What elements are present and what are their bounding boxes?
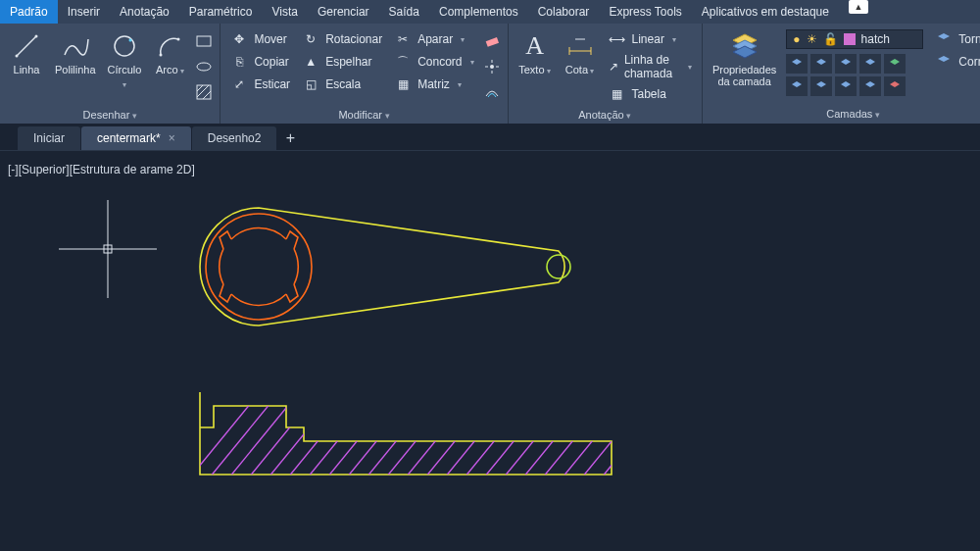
tool-matriz[interactable]: ▦Matriz▾ [390, 75, 477, 94]
tool-leader[interactable]: ↗Linha de chamada▾ [605, 52, 696, 81]
copy-icon: ⎘ [230, 53, 248, 71]
tool-texto[interactable]: A Texto [513, 27, 558, 79]
tool-polilinha[interactable]: Polilinha [49, 27, 102, 77]
menu-padrao[interactable]: Padrão [0, 0, 58, 24]
stretch-icon: ⤢ [230, 75, 248, 93]
menu-inserir[interactable]: Inserir [58, 0, 110, 24]
svg-line-56 [431, 386, 519, 494]
panel-draw-title[interactable]: Desenhar [4, 106, 216, 125]
layer-side-2[interactable]: Corres [931, 52, 980, 72]
svg-line-50 [314, 386, 402, 494]
tool-circulo[interactable]: Círculo [102, 27, 148, 93]
svg-line-60 [510, 386, 598, 494]
tab-centermark[interactable]: centermark*× [81, 126, 191, 150]
tool-explode[interactable] [482, 57, 502, 76]
svg-marker-34 [865, 81, 875, 87]
move-icon: ✥ [230, 30, 248, 48]
svg-line-44 [196, 386, 284, 494]
menu-complementos[interactable]: Complementos [429, 0, 528, 24]
tool-ellipse[interactable] [194, 57, 214, 76]
menu-express[interactable]: Express Tools [599, 0, 691, 24]
layer-name: hatch [861, 32, 890, 46]
tool-linear[interactable]: ⟷Linear▾ [605, 29, 696, 49]
layer-dropdown[interactable]: ● ☀ 🔓 hatch [786, 29, 923, 49]
line-icon [10, 29, 43, 63]
svg-line-59 [490, 386, 578, 494]
svg-point-42 [547, 255, 570, 278]
panel-annotate-title[interactable]: Anotação [513, 106, 698, 125]
svg-line-43 [176, 386, 265, 494]
menu-vista[interactable]: Vista [262, 0, 307, 24]
menu-gerenciar[interactable]: Gerenciar [308, 0, 379, 24]
svg-marker-26 [792, 59, 802, 65]
menu-anotacao[interactable]: Anotação [110, 0, 179, 24]
layer-tool-4[interactable] [859, 54, 881, 74]
panel-layers-title[interactable]: Camadas [707, 105, 980, 124]
tool-aparar[interactable]: ✂Aparar▾ [390, 29, 477, 49]
svg-line-54 [392, 386, 480, 494]
tool-concord[interactable]: ⌒Concord▾ [390, 52, 477, 72]
panel-annotate: A Texto Cota ⟷Linear▾ ↗Linha de chamada▾… [509, 24, 703, 124]
add-tab[interactable]: + [277, 126, 303, 150]
svg-line-52 [353, 386, 441, 494]
svg-marker-28 [841, 59, 851, 65]
layer-tool-1[interactable] [786, 54, 808, 74]
svg-marker-36 [938, 33, 950, 39]
tool-hatch[interactable] [194, 82, 214, 102]
appearance-toggle-icon[interactable]: ▲ [849, 0, 868, 14]
svg-point-14 [490, 65, 494, 69]
layer-tool-2[interactable] [810, 54, 832, 74]
menu-saida[interactable]: Saída [379, 0, 429, 24]
layer-side-1[interactable]: Tornar [931, 29, 980, 49]
svg-line-57 [451, 386, 539, 494]
tab-desenho2[interactable]: Desenho2 [192, 126, 277, 150]
tool-tabela[interactable]: ▦Tabela [605, 84, 696, 104]
panel-modify-title[interactable]: Modificar [224, 106, 503, 125]
tool-escala[interactable]: ◱Escala [298, 75, 386, 94]
tool-offset[interactable] [482, 82, 502, 102]
svg-line-58 [470, 386, 559, 494]
viewport-label[interactable]: [-][Superior][Estrutura de arame 2D] [8, 163, 195, 176]
lightbulb-icon: ● [793, 32, 800, 46]
layer-tool-9[interactable] [859, 76, 881, 96]
tool-copiar[interactable]: ⎘Copiar [226, 52, 294, 72]
menu-colaborar[interactable]: Colaborar [528, 0, 600, 24]
close-icon[interactable]: × [169, 131, 175, 145]
tool-cota[interactable]: Cota [558, 27, 603, 79]
drawing-canvas[interactable]: [-][Superior][Estrutura de arame 2D] [0, 151, 980, 551]
layers-icon [728, 29, 761, 63]
tool-linha[interactable]: Linha [4, 27, 49, 77]
linear-dim-icon: ⟷ [609, 30, 626, 48]
scale-icon: ◱ [302, 75, 319, 93]
svg-line-46 [235, 386, 323, 494]
svg-line-45 [216, 386, 304, 494]
drawing-section-view [176, 386, 676, 494]
tool-rectangle[interactable] [194, 31, 214, 51]
layer-tool-8[interactable] [835, 76, 857, 96]
tab-iniciar[interactable]: Iniciar [18, 126, 80, 150]
layer-tool-7[interactable] [810, 76, 832, 96]
svg-line-47 [255, 386, 343, 494]
panel-draw: Linha Polilinha Círculo Arco [0, 24, 220, 124]
layer-tool-3[interactable] [835, 54, 857, 74]
tool-arco[interactable]: Arco [147, 27, 192, 79]
menu-apps[interactable]: Aplicativos em destaque [692, 0, 839, 24]
svg-line-48 [274, 386, 363, 494]
document-tabs: Iniciar centermark*× Desenho2 + [0, 124, 980, 151]
menu-parametrico[interactable]: Paramétrico [179, 0, 263, 24]
rotate-icon: ↻ [302, 30, 319, 48]
tool-mover[interactable]: ✥Mover [226, 29, 294, 49]
dimension-icon [564, 29, 597, 63]
tool-erase[interactable] [482, 31, 502, 51]
tool-rotacionar[interactable]: ↻Rotacionar [298, 29, 386, 49]
match-layer-icon [935, 53, 953, 71]
layer-tool-10[interactable] [884, 76, 906, 96]
svg-line-62 [549, 386, 637, 494]
drawing-top-view [200, 188, 570, 326]
layer-tool-6[interactable] [786, 76, 808, 96]
layer-tool-5[interactable] [884, 54, 906, 74]
panel-layers: Propriedadesda camada ● ☀ 🔓 hatch [703, 24, 980, 124]
layer-properties[interactable]: Propriedadesda camada [707, 27, 782, 89]
tool-esticar[interactable]: ⤢Esticar [226, 75, 294, 94]
tool-espelhar[interactable]: ▲Espelhar [298, 52, 386, 72]
